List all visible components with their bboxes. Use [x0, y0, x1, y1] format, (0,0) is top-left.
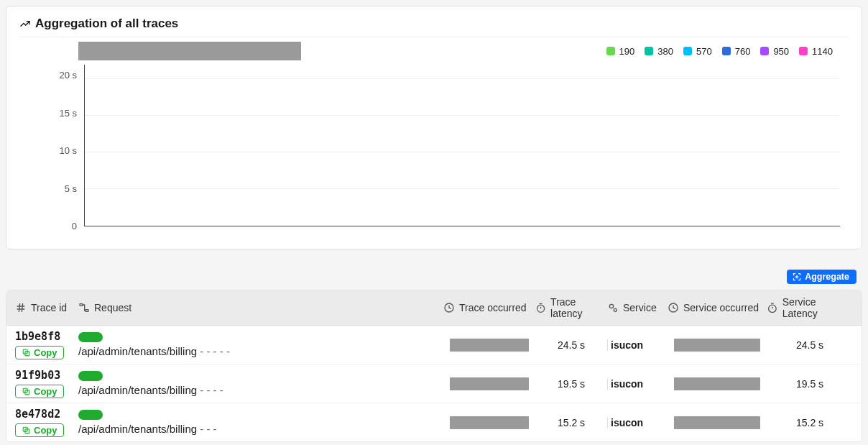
- hash-icon: [15, 302, 27, 313]
- trace-id: 1b9e8f8: [15, 330, 78, 343]
- legend-swatch: [606, 47, 615, 55]
- traces-table: Trace id Request Trace occurred Trace la…: [6, 290, 862, 442]
- stopwatch-icon: [767, 302, 778, 313]
- aggregation-card: Aggregation of all traces 19038057076095…: [6, 6, 862, 249]
- trace-latency: 15.2 s: [535, 417, 607, 428]
- status-pill: [78, 332, 103, 342]
- request-dashes: - - -: [200, 423, 216, 435]
- y-tick: 10 s: [28, 145, 77, 156]
- copy-icon: [22, 387, 31, 396]
- col-service-occurred[interactable]: Service occurred: [668, 296, 767, 319]
- svg-line-4: [19, 303, 19, 312]
- aggregate-icon: [793, 272, 801, 281]
- svg-rect-7: [86, 310, 88, 312]
- legend-item-380[interactable]: 380: [645, 46, 673, 57]
- legend-item-1140[interactable]: 1140: [799, 46, 833, 57]
- trace-occurred-redacted: [450, 416, 529, 429]
- trace-occurred-redacted: [450, 339, 529, 352]
- request-dashes: - - - - -: [200, 345, 230, 357]
- copy-button[interactable]: Copy: [15, 423, 64, 437]
- service-occurred-redacted: [674, 416, 760, 429]
- y-tick: 20 s: [28, 70, 77, 81]
- service-latency: 19.5 s: [767, 378, 853, 390]
- y-axis: 05 s10 s15 s20 s: [28, 65, 84, 226]
- legend-item-570[interactable]: 570: [683, 46, 712, 57]
- svg-point-12: [609, 304, 613, 308]
- trace-latency: 19.5 s: [535, 378, 607, 390]
- chart-title-redacted: [78, 42, 301, 60]
- svg-line-5: [22, 303, 22, 312]
- copy-icon: [22, 426, 31, 435]
- trace-latency: 24.5 s: [535, 339, 607, 351]
- table-body: 1b9e8f8 Copy /api/admin/tenants/billing …: [6, 326, 862, 441]
- col-service-latency[interactable]: Service Latency: [767, 296, 853, 319]
- legend-swatch: [799, 47, 808, 55]
- copy-label: Copy: [34, 347, 57, 358]
- service-occurred-redacted: [674, 339, 760, 352]
- table-row[interactable]: 91f9b03 Copy /api/admin/tenants/billing …: [6, 364, 862, 403]
- trace-id: 8e478d2: [15, 408, 78, 421]
- copy-label: Copy: [34, 425, 57, 436]
- request-dashes: - - - -: [200, 384, 223, 396]
- legend-swatch: [683, 47, 692, 55]
- svg-point-15: [769, 305, 777, 313]
- request-path: /api/admin/tenants/billing - - - - -: [78, 345, 443, 357]
- legend-swatch: [722, 47, 731, 55]
- flow-icon: [78, 302, 90, 313]
- col-service[interactable]: Service: [607, 296, 668, 319]
- service-latency: 15.2 s: [767, 417, 853, 428]
- table-header: Trace id Request Trace occurred Trace la…: [6, 290, 862, 326]
- legend-label: 190: [619, 46, 635, 57]
- copy-button[interactable]: Copy: [15, 346, 64, 359]
- table-row[interactable]: 8e478d2 Copy /api/admin/tenants/billing …: [6, 403, 862, 441]
- status-pill: [78, 371, 103, 381]
- y-tick: 0: [28, 221, 77, 231]
- legend-item-190[interactable]: 190: [606, 46, 635, 57]
- chart: 1903805707609501140 05 s10 s15 s20 s: [19, 37, 849, 239]
- col-trace-latency[interactable]: Trace latency: [535, 296, 607, 319]
- copy-button[interactable]: Copy: [15, 385, 64, 398]
- stopwatch-icon: [535, 302, 546, 313]
- svg-point-13: [614, 308, 617, 311]
- service-name: isucon: [607, 339, 668, 351]
- service-name: isucon: [607, 378, 668, 390]
- card-title-text: Aggregation of all traces: [35, 17, 178, 31]
- table-row[interactable]: 1b9e8f8 Copy /api/admin/tenants/billing …: [6, 326, 862, 364]
- y-tick: 15 s: [28, 108, 77, 119]
- legend-label: 760: [735, 46, 751, 57]
- plot-area: [84, 65, 840, 226]
- chart-icon: [19, 18, 31, 29]
- gears-icon: [607, 302, 619, 313]
- legend-item-760[interactable]: 760: [722, 46, 751, 57]
- trace-id: 91f9b03: [15, 369, 78, 382]
- legend-label: 1140: [812, 46, 833, 57]
- copy-icon: [22, 348, 31, 357]
- aggregate-button-label: Aggregate: [805, 272, 849, 282]
- clock-icon: [443, 302, 455, 313]
- aggregate-button[interactable]: Aggregate: [787, 270, 857, 284]
- col-request[interactable]: Request: [78, 302, 443, 313]
- status-pill: [78, 410, 103, 420]
- service-occurred-redacted: [674, 377, 760, 390]
- legend-item-950[interactable]: 950: [760, 46, 789, 57]
- legend-swatch: [760, 47, 769, 55]
- legend-label: 380: [657, 46, 673, 57]
- legend-swatch: [645, 47, 653, 55]
- svg-rect-6: [80, 304, 83, 306]
- request-path: /api/admin/tenants/billing - - - -: [78, 384, 443, 396]
- legend-label: 950: [773, 46, 789, 57]
- request-path: /api/admin/tenants/billing - - -: [78, 423, 443, 435]
- clock-icon: [668, 302, 679, 313]
- col-trace-occurred[interactable]: Trace occurred: [443, 296, 535, 319]
- card-title: Aggregation of all traces: [19, 17, 849, 37]
- legend: 1903805707609501140: [606, 46, 840, 57]
- col-trace-id[interactable]: Trace id: [15, 302, 78, 313]
- trace-occurred-redacted: [450, 377, 529, 390]
- y-tick: 5 s: [28, 183, 77, 194]
- service-latency: 24.5 s: [767, 339, 853, 351]
- service-name: isucon: [607, 417, 668, 428]
- copy-label: Copy: [34, 386, 57, 397]
- legend-label: 570: [696, 46, 712, 57]
